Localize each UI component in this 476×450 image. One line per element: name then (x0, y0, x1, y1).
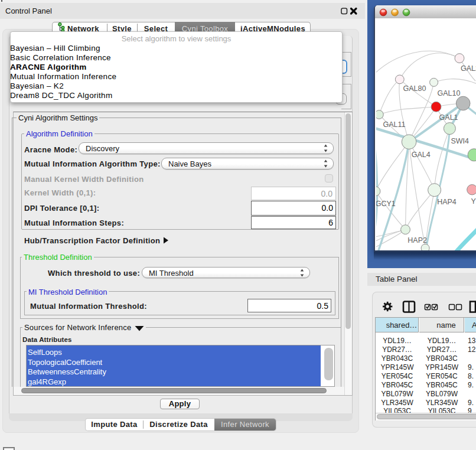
svg-text:HAP2: HAP2 (407, 236, 427, 244)
svg-text:GAL1: GAL1 (439, 113, 458, 122)
svg-text:HAP4: HAP4 (437, 198, 457, 206)
svg-text:YM: YM (471, 197, 476, 206)
svg-text:GAL10: GAL10 (438, 89, 461, 97)
svg-text:GCY1: GCY1 (376, 200, 396, 208)
svg-text:GAL2: GAL2 (461, 64, 476, 73)
svg-text:GAL4: GAL4 (412, 151, 431, 159)
svg-text:SWI4: SWI4 (451, 137, 469, 145)
svg-text:GAL80: GAL80 (403, 84, 426, 93)
svg-text:GAL11: GAL11 (383, 120, 406, 129)
